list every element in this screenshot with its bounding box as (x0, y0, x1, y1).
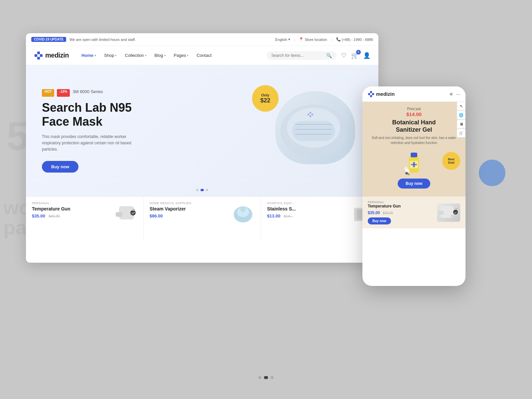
product-card-2[interactable]: HOME MEDICAL SUPPLIES Steam Vaporizer $8… (144, 197, 261, 241)
svg-rect-1 (37, 57, 40, 60)
announcement-text: We are open with limited hours and staff… (69, 38, 136, 42)
nav-links: Home ▾ Shop ▾ Collection ▾ Blog ▾ Pages … (78, 51, 263, 60)
language-selector[interactable]: English ▾ (275, 37, 290, 42)
nav-item-shop[interactable]: Shop ▾ (101, 51, 120, 60)
search-input[interactable] (271, 53, 324, 58)
hero-content: HOT -10% 3M 6000 Series Search Lab N95 F… (42, 89, 135, 172)
nav-pages-chevron: ▾ (187, 54, 189, 57)
svg-rect-41 (455, 208, 458, 210)
slider-dot-2[interactable] (200, 189, 204, 191)
mobile-desktop-icon[interactable]: 🖥 (457, 120, 466, 128)
nav-item-pages[interactable]: Pages ▾ (171, 51, 192, 60)
mobile-product-title: Botanical Hand Sanitizer Gel (368, 119, 460, 133)
product-3-price: $13.00 (267, 213, 280, 218)
product-2-price: $86.00 (150, 213, 163, 218)
best-deal-label1: Best (448, 158, 455, 161)
nav-item-contact[interactable]: Contact (193, 51, 215, 60)
mobile-card-buy-button[interactable]: Buy now (368, 217, 391, 224)
product-3-original-price: $14... (284, 214, 293, 218)
separator: | (294, 38, 295, 42)
mobile-price-label: Price just (368, 107, 460, 111)
nav-bar: medizin Home ▾ Shop ▾ Collection ▾ Blog … (26, 46, 378, 65)
svg-rect-38 (439, 211, 444, 215)
mobile-card-original-price: $45.00 (383, 211, 393, 215)
mobile-globe-icon[interactable]: 🌐 (457, 111, 466, 119)
hero-tags: HOT -10% 3M 6000 Series (42, 89, 135, 97)
mobile-card-price: $35.00 (368, 210, 380, 215)
slider-dot-1[interactable] (196, 189, 199, 191)
phone-icon: 📞 (336, 37, 341, 42)
svg-rect-2 (35, 54, 37, 57)
lang-chevron-icon: ▾ (288, 37, 290, 42)
top-bar: COVID-19 UPDATE We are open with limited… (26, 33, 378, 46)
store-location-label: Store location (305, 38, 327, 42)
mobile-card-image: 37° G (437, 203, 460, 222)
tag-hot: HOT (42, 89, 54, 97)
svg-rect-27 (372, 93, 374, 95)
page-dot-3[interactable] (271, 376, 274, 379)
sanitizer-svg (404, 149, 424, 176)
product-card-1[interactable]: PERSONAL Temperature Gun $35.00 $45.00 3… (26, 197, 144, 241)
mobile-window: medizin ≡ ··· Price just $14.00 Botanica… (362, 86, 466, 286)
logo-icon (34, 51, 43, 60)
top-bar-right: English ▾ | 📍 Store location | 📞 (+88) -… (275, 37, 373, 42)
mobile-sanitizer-image (404, 149, 424, 176)
svg-text:37°: 37° (454, 212, 458, 214)
phone-info: 📞 (+88) - 1990 - 6886 (336, 37, 373, 42)
page-dot-2[interactable] (264, 376, 268, 379)
mobile-hero: Price just $14.00 Botanical Hand Sanitiz… (362, 102, 466, 197)
desktop-window: COVID-19 UPDATE We are open with limited… (26, 33, 378, 263)
mobile-card-category: PERSONAL (368, 200, 434, 204)
nav-home-chevron: ▾ (94, 54, 96, 57)
page-dot-1[interactable] (258, 376, 261, 379)
mobile-buy-button[interactable]: Buy now (398, 179, 430, 189)
svg-text:37°: 37° (132, 212, 135, 214)
mobile-bottom-card: PERSONAL Temperature Gun $35.00 $45.00 B… (362, 197, 466, 228)
hero-description: This mask provides comfortable, reliable… (42, 134, 135, 153)
mobile-top-icons: ≡ ··· (450, 91, 460, 97)
svg-rect-11 (310, 115, 311, 117)
svg-rect-29 (411, 153, 417, 157)
products-row: PERSONAL Temperature Gun $35.00 $45.00 3… (26, 197, 378, 241)
page-slider-dots (258, 376, 274, 379)
nav-blog-chevron: ▾ (164, 54, 166, 57)
product-card-3[interactable]: HOSPITAL EQUI... Stainless S... $13.00 $… (261, 197, 378, 241)
price-label: Only (261, 93, 269, 97)
nav-icons: ♡ 🛒 0 👤 (341, 52, 370, 59)
cart-button[interactable]: 🛒 0 (351, 52, 358, 59)
nav-item-home[interactable]: Home ▾ (78, 51, 99, 60)
slider-dots (196, 189, 208, 191)
mobile-menu-icon[interactable]: ≡ (450, 91, 453, 97)
slider-dot-3[interactable] (206, 189, 208, 191)
logo-text: medizin (45, 52, 69, 59)
mobile-card-name: Temperature Gun (368, 204, 434, 208)
svg-rect-13 (312, 114, 313, 115)
wishlist-button[interactable]: ♡ (341, 52, 346, 59)
price-value: $22 (260, 97, 270, 104)
svg-rect-10 (310, 112, 311, 114)
svg-rect-12 (308, 114, 309, 115)
svg-rect-24 (370, 91, 372, 93)
mobile-cart-sidebar-icon[interactable]: 🛒 (457, 129, 466, 137)
mobile-more-icon[interactable]: ··· (456, 91, 460, 97)
nav-blog-label: Blog (155, 53, 163, 58)
mobile-logo[interactable]: medizin (368, 91, 395, 97)
logo[interactable]: medizin (34, 51, 69, 60)
hero-buy-button[interactable]: Buy now (42, 161, 78, 173)
search-bar[interactable]: 🔍 (267, 51, 336, 60)
mask-illustration (275, 94, 352, 161)
hero-title-line2: Face Mask (42, 115, 102, 128)
svg-point-35 (405, 172, 408, 175)
hero-series: 3M 6000 Series (72, 89, 103, 94)
product-1-price: $35.00 (32, 213, 45, 218)
product-1-image: 37° (111, 200, 141, 229)
nav-item-blog[interactable]: Blog ▾ (151, 51, 169, 60)
mobile-sidebar: ↖ 🌐 🖥 🛒 (457, 102, 466, 137)
store-location[interactable]: 📍 Store location (299, 37, 327, 42)
nav-contact-label: Contact (197, 53, 211, 58)
user-account-button[interactable]: 👤 (363, 52, 370, 59)
nav-item-collection[interactable]: Collection ▾ (121, 51, 150, 60)
nav-pages-label: Pages (174, 53, 186, 58)
mobile-title-line1: Botanical Hand (392, 119, 436, 126)
mobile-cursor-icon[interactable]: ↖ (457, 102, 466, 110)
